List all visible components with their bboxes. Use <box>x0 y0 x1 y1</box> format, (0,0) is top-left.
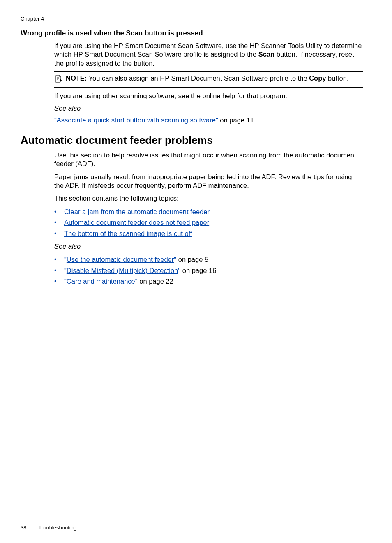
section-heading-wrong-profile: Wrong profile is used when the Scan butt… <box>21 29 371 37</box>
copy-bold: Copy <box>309 74 326 82</box>
chapter-label: Chapter 4 <box>21 16 371 22</box>
adf-para3: This section contains the following topi… <box>54 194 363 203</box>
list-item: "Use the automatic document feeder" on p… <box>54 254 363 265</box>
link-care-maintenance[interactable]: Care and maintenance <box>67 277 135 285</box>
paragraph-intro: If you are using the HP Smart Document S… <box>54 42 363 68</box>
footer-title: Troubleshooting <box>38 525 76 531</box>
link-suffix: on page 16 <box>180 267 216 274</box>
list-item: Automatic document feeder does not feed … <box>54 217 363 228</box>
note-text-b: button. <box>326 74 348 82</box>
main-heading-adf-problems: Automatic document feeder problems <box>21 134 371 147</box>
link-clear-jam[interactable]: Clear a jam from the automatic document … <box>64 208 210 215</box>
paragraph-other-software: If you are using other scanning software… <box>54 92 363 100</box>
link-suffix: on page 22 <box>138 277 173 285</box>
list-item: "Care and maintenance" on page 22 <box>54 276 363 287</box>
link-disable-misfeed[interactable]: Disable Misfeed (Multipick) Detection <box>67 267 178 274</box>
link-suffix-1: on page 11 <box>218 116 254 124</box>
note-box: NOTE: You can also assign an HP Smart Do… <box>54 71 363 88</box>
topics-list: Clear a jam from the automatic document … <box>54 206 363 239</box>
page-number: 38 <box>21 525 37 531</box>
see-also-label-1: See also <box>54 104 363 113</box>
link-not-feed[interactable]: Automatic document feeder does not feed … <box>64 219 209 226</box>
see-also-link-line: "Associate a quick start button with sca… <box>54 116 363 125</box>
list-item: The bottom of the scanned image is cut o… <box>54 228 363 239</box>
note-icon <box>54 75 62 85</box>
see-also-label-2: See also <box>54 242 363 251</box>
link-associate-button[interactable]: Associate a quick start button with scan… <box>57 116 216 124</box>
note-label: NOTE: <box>66 74 87 82</box>
list-item: "Disable Misfeed (Multipick) Detection" … <box>54 265 363 276</box>
list-item: Clear a jam from the automatic document … <box>54 206 363 217</box>
link-bottom-cut[interactable]: The bottom of the scanned image is cut o… <box>64 230 192 237</box>
note-text: NOTE: You can also assign an HP Smart Do… <box>66 74 348 83</box>
adf-para2: Paper jams usually result from inappropr… <box>54 173 363 190</box>
footer: 38 Troubleshooting <box>21 525 76 531</box>
see-also-list: "Use the automatic document feeder" on p… <box>54 254 363 287</box>
link-use-adf[interactable]: Use the automatic document feeder <box>67 256 174 263</box>
adf-para1: Use this section to help resolve issues … <box>54 151 363 169</box>
note-text-a: You can also assign an HP Smart Document… <box>87 74 309 82</box>
scan-bold: Scan <box>258 51 274 58</box>
link-suffix: on page 5 <box>176 256 208 263</box>
